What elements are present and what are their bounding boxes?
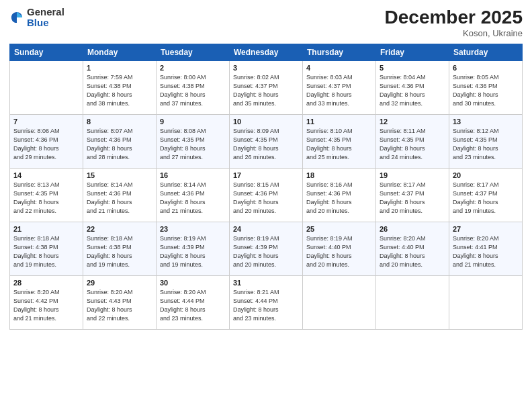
date-number: 21 bbox=[13, 225, 79, 233]
date-number: 18 bbox=[306, 171, 372, 179]
date-number: 1 bbox=[87, 64, 152, 72]
cell-info: Sunrise: 8:20 AMSunset: 4:41 PMDaylight:… bbox=[453, 234, 519, 269]
cell-info: Sunrise: 8:17 AMSunset: 4:37 PMDaylight:… bbox=[380, 181, 445, 216]
week-row-2: 7Sunrise: 8:06 AMSunset: 4:36 PMDaylight… bbox=[10, 115, 523, 169]
date-number: 6 bbox=[453, 64, 519, 72]
calendar-cell: 8Sunrise: 8:07 AMSunset: 4:36 PMDaylight… bbox=[83, 115, 157, 169]
date-number: 24 bbox=[233, 225, 299, 233]
date-number: 16 bbox=[160, 171, 226, 179]
cell-info: Sunrise: 8:06 AMSunset: 4:36 PMDaylight:… bbox=[13, 127, 79, 162]
calendar-cell: 4Sunrise: 8:03 AMSunset: 4:37 PMDaylight… bbox=[303, 61, 376, 115]
calendar-cell: 11Sunrise: 8:10 AMSunset: 4:35 PMDayligh… bbox=[303, 115, 376, 169]
cell-info: Sunrise: 8:20 AMSunset: 4:42 PMDaylight:… bbox=[13, 288, 79, 323]
calendar-table: SundayMondayTuesdayWednesdayThursdayFrid… bbox=[9, 44, 523, 330]
calendar-cell: 31Sunrise: 8:21 AMSunset: 4:44 PMDayligh… bbox=[230, 276, 303, 330]
logo-general: General bbox=[27, 6, 64, 17]
cell-info: Sunrise: 8:05 AMSunset: 4:36 PMDaylight:… bbox=[453, 73, 519, 108]
cell-info: Sunrise: 8:18 AMSunset: 4:38 PMDaylight:… bbox=[13, 234, 79, 269]
cell-info: Sunrise: 8:11 AMSunset: 4:35 PMDaylight:… bbox=[380, 127, 445, 162]
date-number: 23 bbox=[160, 225, 226, 233]
day-header-saturday: Saturday bbox=[449, 44, 523, 61]
calendar-container: General Blue December 2025 Koson, Ukrain… bbox=[0, 0, 532, 411]
cell-info: Sunrise: 8:15 AMSunset: 4:36 PMDaylight:… bbox=[233, 181, 299, 216]
date-number: 31 bbox=[233, 279, 299, 287]
logo: General Blue bbox=[9, 7, 64, 28]
calendar-cell: 26Sunrise: 8:20 AMSunset: 4:40 PMDayligh… bbox=[376, 222, 449, 276]
calendar-cell: 2Sunrise: 8:00 AMSunset: 4:38 PMDaylight… bbox=[157, 61, 230, 115]
calendar-cell: 23Sunrise: 8:19 AMSunset: 4:39 PMDayligh… bbox=[157, 222, 230, 276]
calendar-cell: 13Sunrise: 8:12 AMSunset: 4:35 PMDayligh… bbox=[449, 115, 523, 169]
date-number: 3 bbox=[233, 64, 299, 72]
cell-info: Sunrise: 8:19 AMSunset: 4:39 PMDaylight:… bbox=[160, 234, 226, 269]
calendar-cell: 16Sunrise: 8:14 AMSunset: 4:36 PMDayligh… bbox=[157, 169, 230, 222]
calendar-cell: 6Sunrise: 8:05 AMSunset: 4:36 PMDaylight… bbox=[449, 61, 523, 115]
calendar-cell: 29Sunrise: 8:20 AMSunset: 4:43 PMDayligh… bbox=[83, 276, 157, 330]
calendar-cell: 3Sunrise: 8:02 AMSunset: 4:37 PMDaylight… bbox=[230, 61, 303, 115]
calendar-cell: 9Sunrise: 8:08 AMSunset: 4:35 PMDaylight… bbox=[157, 115, 230, 169]
calendar-cell: 22Sunrise: 8:18 AMSunset: 4:38 PMDayligh… bbox=[83, 222, 157, 276]
header: General Blue December 2025 Koson, Ukrain… bbox=[9, 7, 523, 38]
calendar-cell: 19Sunrise: 8:17 AMSunset: 4:37 PMDayligh… bbox=[376, 169, 449, 222]
logo-icon bbox=[9, 10, 24, 25]
cell-info: Sunrise: 8:02 AMSunset: 4:37 PMDaylight:… bbox=[233, 73, 299, 108]
cell-info: Sunrise: 8:13 AMSunset: 4:35 PMDaylight:… bbox=[13, 181, 79, 216]
days-header-row: SundayMondayTuesdayWednesdayThursdayFrid… bbox=[10, 44, 523, 61]
calendar-cell: 12Sunrise: 8:11 AMSunset: 4:35 PMDayligh… bbox=[376, 115, 449, 169]
logo-text: General Blue bbox=[27, 7, 64, 28]
title-block: December 2025 Koson, Ukraine bbox=[385, 7, 523, 38]
date-number: 10 bbox=[233, 118, 299, 126]
cell-info: Sunrise: 8:10 AMSunset: 4:35 PMDaylight:… bbox=[306, 127, 372, 162]
calendar-cell: 28Sunrise: 8:20 AMSunset: 4:42 PMDayligh… bbox=[10, 276, 83, 330]
date-number: 29 bbox=[87, 279, 152, 287]
calendar-cell: 15Sunrise: 8:14 AMSunset: 4:36 PMDayligh… bbox=[83, 169, 157, 222]
date-number: 13 bbox=[453, 118, 519, 126]
date-number: 14 bbox=[13, 171, 79, 179]
calendar-cell bbox=[449, 276, 523, 330]
week-row-1: 1Sunrise: 7:59 AMSunset: 4:38 PMDaylight… bbox=[10, 61, 523, 115]
calendar-cell: 7Sunrise: 8:06 AMSunset: 4:36 PMDaylight… bbox=[10, 115, 83, 169]
date-number: 12 bbox=[380, 118, 445, 126]
calendar-cell: 30Sunrise: 8:20 AMSunset: 4:44 PMDayligh… bbox=[157, 276, 230, 330]
calendar-cell bbox=[10, 61, 83, 115]
calendar-cell: 25Sunrise: 8:19 AMSunset: 4:40 PMDayligh… bbox=[303, 222, 376, 276]
cell-info: Sunrise: 8:04 AMSunset: 4:36 PMDaylight:… bbox=[380, 73, 445, 108]
day-header-monday: Monday bbox=[83, 44, 157, 61]
calendar-cell: 10Sunrise: 8:09 AMSunset: 4:35 PMDayligh… bbox=[230, 115, 303, 169]
calendar-cell: 20Sunrise: 8:17 AMSunset: 4:37 PMDayligh… bbox=[449, 169, 523, 222]
cell-info: Sunrise: 8:18 AMSunset: 4:38 PMDaylight:… bbox=[87, 234, 152, 269]
date-number: 26 bbox=[380, 225, 445, 233]
day-header-tuesday: Tuesday bbox=[157, 44, 230, 61]
cell-info: Sunrise: 8:20 AMSunset: 4:40 PMDaylight:… bbox=[380, 234, 445, 269]
date-number: 22 bbox=[87, 225, 152, 233]
week-row-4: 21Sunrise: 8:18 AMSunset: 4:38 PMDayligh… bbox=[10, 222, 523, 276]
cell-info: Sunrise: 8:20 AMSunset: 4:43 PMDaylight:… bbox=[87, 288, 152, 323]
cell-info: Sunrise: 8:17 AMSunset: 4:37 PMDaylight:… bbox=[453, 181, 519, 216]
calendar-cell: 24Sunrise: 8:19 AMSunset: 4:39 PMDayligh… bbox=[230, 222, 303, 276]
date-number: 30 bbox=[160, 279, 226, 287]
calendar-cell: 17Sunrise: 8:15 AMSunset: 4:36 PMDayligh… bbox=[230, 169, 303, 222]
week-row-5: 28Sunrise: 8:20 AMSunset: 4:42 PMDayligh… bbox=[10, 276, 523, 330]
cell-info: Sunrise: 8:09 AMSunset: 4:35 PMDaylight:… bbox=[233, 127, 299, 162]
week-row-3: 14Sunrise: 8:13 AMSunset: 4:35 PMDayligh… bbox=[10, 169, 523, 222]
cell-info: Sunrise: 7:59 AMSunset: 4:38 PMDaylight:… bbox=[87, 73, 152, 108]
calendar-cell: 14Sunrise: 8:13 AMSunset: 4:35 PMDayligh… bbox=[10, 169, 83, 222]
cell-info: Sunrise: 8:14 AMSunset: 4:36 PMDaylight:… bbox=[160, 181, 226, 216]
cell-info: Sunrise: 8:14 AMSunset: 4:36 PMDaylight:… bbox=[87, 181, 152, 216]
logo-blue: Blue bbox=[27, 17, 49, 28]
date-number: 7 bbox=[13, 118, 79, 126]
cell-info: Sunrise: 8:00 AMSunset: 4:38 PMDaylight:… bbox=[160, 73, 226, 108]
cell-info: Sunrise: 8:08 AMSunset: 4:35 PMDaylight:… bbox=[160, 127, 226, 162]
cell-info: Sunrise: 8:07 AMSunset: 4:36 PMDaylight:… bbox=[87, 127, 152, 162]
date-number: 25 bbox=[306, 225, 372, 233]
date-number: 5 bbox=[380, 64, 445, 72]
cell-info: Sunrise: 8:19 AMSunset: 4:39 PMDaylight:… bbox=[233, 234, 299, 269]
calendar-cell: 21Sunrise: 8:18 AMSunset: 4:38 PMDayligh… bbox=[10, 222, 83, 276]
date-number: 8 bbox=[87, 118, 152, 126]
day-header-sunday: Sunday bbox=[10, 44, 83, 61]
location: Koson, Ukraine bbox=[385, 28, 523, 38]
date-number: 2 bbox=[160, 64, 226, 72]
calendar-cell: 18Sunrise: 8:16 AMSunset: 4:36 PMDayligh… bbox=[303, 169, 376, 222]
calendar-cell: 27Sunrise: 8:20 AMSunset: 4:41 PMDayligh… bbox=[449, 222, 523, 276]
cell-info: Sunrise: 8:21 AMSunset: 4:44 PMDaylight:… bbox=[233, 288, 299, 323]
date-number: 15 bbox=[87, 171, 152, 179]
